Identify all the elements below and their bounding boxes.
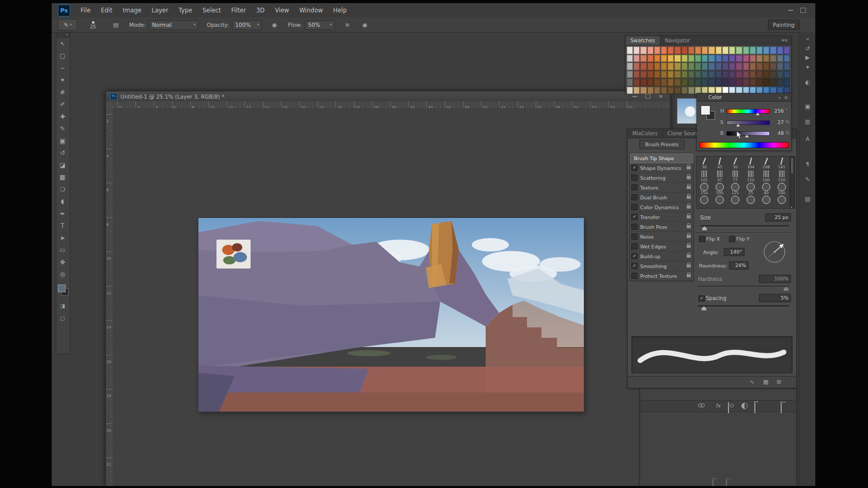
brush-setting-texture[interactable]: Texture (630, 183, 693, 193)
brush-setting-brush-tip-shape[interactable]: Brush Tip Shape (630, 153, 693, 163)
tool-preset-picker[interactable]: ✎▾ (58, 19, 78, 30)
color-swatch[interactable] (702, 55, 708, 62)
color-swatch[interactable] (708, 71, 715, 78)
layer-comps-panel-icon[interactable]: ▧ (803, 195, 812, 203)
color-swatch[interactable] (777, 62, 783, 70)
document-titlebar[interactable]: Ps Untitled-1 @ 25.1% (Layer 3, RGB/8) *… (106, 91, 670, 102)
pressure-size-icon[interactable]: ◉ (360, 20, 370, 29)
airbrush-icon[interactable]: ≋ (342, 20, 352, 29)
color-swatch[interactable] (627, 87, 633, 95)
horizontal-ruler[interactable]: 0246810121416182022242628303234363840424… (113, 101, 670, 108)
open-preset-manager-icon[interactable]: ▦ (763, 379, 768, 385)
color-swatch[interactable] (756, 55, 763, 62)
color-swatch[interactable] (654, 62, 660, 70)
pressure-opacity-icon[interactable]: ◉ (269, 20, 280, 29)
color-swatch[interactable] (681, 46, 688, 54)
menu-window[interactable]: Window (295, 3, 328, 18)
size-slider-thumb[interactable] (702, 226, 707, 230)
brush-tip[interactable]: 25 (743, 182, 758, 195)
history-panel-icon[interactable]: ↺ (803, 45, 812, 53)
color-swatch[interactable] (736, 55, 742, 62)
brush-setting-dual-brush[interactable]: Dual Brush (630, 193, 693, 202)
color-swatch[interactable] (674, 55, 680, 62)
color-swatch[interactable] (708, 78, 715, 86)
foreground-color-swatch[interactable] (58, 285, 66, 292)
screen-mode-button[interactable]: ▢ (56, 312, 69, 325)
canvas[interactable] (198, 218, 584, 412)
live-brush-tip-preview-icon[interactable]: ∿ (750, 379, 754, 385)
brightness-value[interactable]: 48 (769, 130, 784, 136)
pen-tool[interactable]: ✒ (56, 208, 69, 220)
brush-tip[interactable] (774, 195, 789, 208)
checkbox[interactable]: ✓ (631, 165, 638, 171)
spacing-value[interactable]: 5% (759, 294, 791, 302)
color-swatch[interactable] (681, 71, 688, 78)
toggle-brush-panel-button[interactable]: ▤ (111, 20, 121, 29)
checkbox[interactable]: ✓ (631, 253, 638, 259)
crop-tool[interactable]: # (56, 86, 69, 99)
brush-setting-brush-pose[interactable]: Brush Pose (630, 222, 693, 232)
color-swatch[interactable] (763, 55, 769, 62)
color-swatch[interactable] (674, 62, 680, 70)
path-selection-tool[interactable]: ➤ (56, 232, 69, 244)
menu-edit[interactable]: Edit (96, 3, 117, 18)
brush-tip[interactable]: 100 (758, 169, 774, 182)
color-swatch[interactable] (702, 78, 708, 86)
blur-tool[interactable]: ❍ (56, 183, 69, 196)
color-swatch[interactable] (640, 87, 646, 95)
new-adjustment-layer-icon[interactable] (741, 403, 748, 409)
color-swatch[interactable] (674, 71, 680, 78)
color-swatch[interactable] (633, 87, 640, 95)
hardness-value[interactable]: 100% (759, 275, 791, 283)
checkbox[interactable] (631, 175, 638, 181)
color-swatch[interactable] (708, 62, 715, 70)
brush-setting-noise[interactable]: Noise (630, 232, 693, 242)
minimize-document-icon[interactable] (632, 96, 637, 97)
color-swatch[interactable] (654, 78, 660, 86)
color-swatch[interactable] (736, 46, 742, 54)
color-swatch[interactable] (716, 78, 722, 86)
brush-angle-dial[interactable] (761, 239, 788, 265)
color-swatch[interactable] (627, 46, 633, 54)
color-swatch[interactable] (777, 78, 783, 86)
brush-tip[interactable]: 141 (774, 156, 789, 169)
menu-layer[interactable]: Layer (147, 3, 174, 18)
color-swatch[interactable] (695, 46, 701, 54)
foreground-color-proxy[interactable] (701, 106, 710, 115)
color-swatch[interactable] (770, 46, 776, 54)
styles-panel-icon[interactable]: ✦ (803, 64, 812, 72)
brightness-slider[interactable] (726, 131, 770, 136)
color-swatch[interactable] (633, 71, 640, 78)
color-swatch[interactable] (654, 71, 660, 78)
mode-select[interactable]: Normal▾ (149, 20, 198, 30)
color-swatch[interactable] (661, 71, 667, 78)
brush-tip[interactable]: 77 (727, 169, 743, 182)
color-swatch[interactable] (681, 78, 688, 86)
tab-color[interactable]: Color (708, 95, 722, 100)
color-swatch[interactable] (627, 78, 633, 86)
color-swatch[interactable] (654, 55, 660, 62)
add-layer-mask-icon[interactable] (728, 402, 729, 413)
size-value[interactable]: 25 px (765, 213, 791, 222)
paragraph-panel-icon[interactable]: ¶ (803, 161, 812, 169)
color-swatch[interactable] (784, 46, 790, 54)
color-swatch[interactable] (743, 62, 749, 70)
tab-swatches[interactable]: Swatches (626, 36, 660, 45)
color-swatch[interactable] (633, 55, 640, 62)
color-swatch[interactable] (743, 78, 749, 86)
menu-3d[interactable]: 3D (251, 3, 270, 18)
color-swatch[interactable] (640, 55, 646, 62)
color-swatch[interactable] (647, 87, 654, 95)
color-swatch[interactable] (688, 87, 694, 95)
color-swatch[interactable] (736, 71, 742, 78)
color-swatch[interactable] (661, 62, 667, 70)
color-swatch[interactable] (668, 87, 674, 95)
color-swatch[interactable] (784, 62, 790, 70)
color-swatch[interactable] (674, 78, 680, 86)
checkbox[interactable]: ✓ (631, 263, 638, 269)
checkbox[interactable] (631, 273, 638, 279)
spacing-slider[interactable] (698, 305, 789, 307)
menu-filter[interactable]: Filter (226, 3, 251, 18)
color-swatch[interactable] (674, 46, 680, 54)
brush-tool[interactable]: ✎ (56, 123, 69, 135)
